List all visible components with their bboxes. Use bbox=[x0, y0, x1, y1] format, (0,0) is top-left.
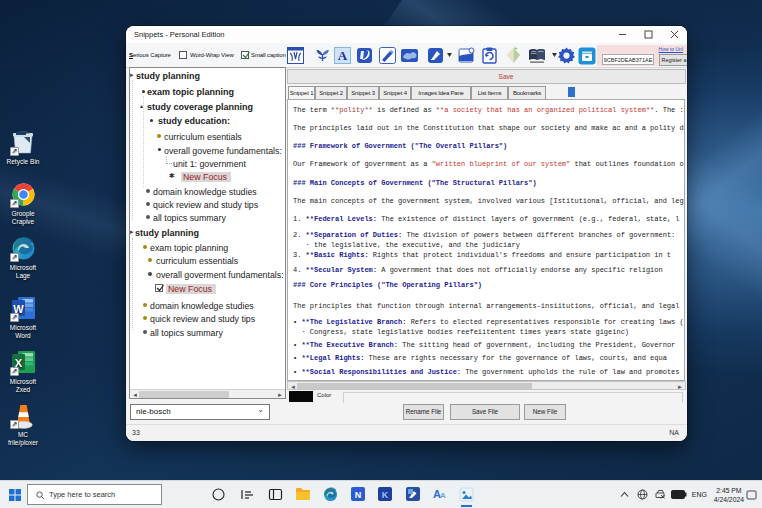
svg-text:N: N bbox=[355, 490, 362, 500]
svg-text:K: K bbox=[382, 490, 389, 500]
svg-text:A: A bbox=[338, 48, 348, 63]
svg-text:A: A bbox=[440, 491, 446, 500]
